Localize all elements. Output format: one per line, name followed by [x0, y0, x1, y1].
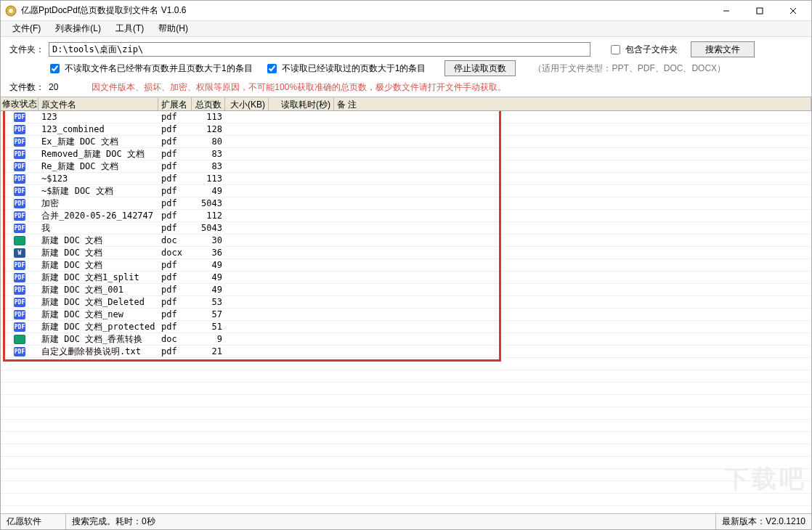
table-row[interactable]: PDFEx_新建 DOC 文档pdf80	[1, 136, 811, 148]
table-row[interactable]: PDF123pdf113	[1, 111, 811, 123]
table-row-empty	[1, 395, 811, 407]
pdf-icon: PDF	[14, 322, 25, 332]
cell-name: 新建 DOC 文档_香蕉转换	[38, 333, 158, 346]
pdf-icon: PDF	[14, 162, 25, 171]
cell-pages: 21	[192, 346, 225, 356]
pdf-icon: PDF	[14, 285, 25, 295]
maximize-button[interactable]	[743, 1, 776, 21]
menu-tools[interactable]: 工具(T)	[110, 21, 150, 36]
col-time[interactable]: 读取耗时(秒)	[269, 97, 334, 110]
include-subfolders-box[interactable]	[611, 45, 620, 54]
table-row-empty	[1, 407, 811, 420]
table-row[interactable]: PDF新建 DOC 文档_Deletedpdf53	[1, 296, 811, 309]
app-icon	[5, 5, 17, 17]
cell-name: ~$123	[38, 174, 158, 184]
skip-already-paged-checkbox[interactable]: 不读取文件名已经带有页数并且页数大于1的条目	[47, 62, 253, 76]
table-row[interactable]: PDF新建 DOC 文档_newpdf57	[1, 309, 811, 321]
search-button[interactable]: 搜索文件	[691, 41, 755, 57]
table-row[interactable]: PDF~$123pdf113	[1, 173, 811, 185]
table-row[interactable]: PDFRemoved_新建 DOC 文档pdf83	[1, 148, 811, 160]
cell-pages: 5043	[192, 198, 225, 208]
pdf-icon: PDF	[14, 261, 25, 270]
skip-already-read-checkbox[interactable]: 不读取已经读取过的页数大于1的条目	[264, 62, 426, 76]
table-row-empty	[1, 469, 811, 481]
menu-help[interactable]: 帮助(H)	[153, 21, 194, 36]
menu-list[interactable]: 列表操作(L)	[49, 21, 107, 36]
table-row[interactable]: PDF自定义删除替换说明.txtpdf21	[1, 346, 811, 358]
table-row[interactable]: PDF123_combinedpdf128	[1, 123, 811, 136]
cell-ext: pdf	[158, 112, 192, 122]
col-note[interactable]: 备 注	[334, 97, 811, 110]
col-status[interactable]: 修改状态	[1, 97, 38, 110]
cell-pages: 9	[192, 334, 225, 344]
pdf-icon: PDF	[14, 137, 25, 147]
pdf-icon: PDF	[14, 113, 25, 122]
table-row[interactable]: PDF我pdf5043	[1, 222, 811, 235]
cell-pages: 49	[192, 285, 225, 295]
include-subfolders-checkbox[interactable]: 包含子文件夹	[608, 43, 678, 57]
cell-pages: 30	[192, 235, 225, 245]
menu-file[interactable]: 文件(F)	[7, 21, 46, 36]
table-row[interactable]: PDF合并_2020-05-26_142747pdf112	[1, 210, 811, 222]
table-row[interactable]: PDF新建 DOC 文档_001pdf49	[1, 284, 811, 296]
table-row-empty	[1, 444, 811, 457]
cell-pages: 53	[192, 297, 225, 307]
cell-pages: 112	[192, 211, 225, 221]
cell-name: 新建 DOC 文档	[38, 235, 158, 247]
cell-name: 新建 DOC 文档1_split	[38, 272, 158, 284]
table-row[interactable]: W新建 DOC 文档docx36	[1, 247, 811, 259]
table-row[interactable]: PDF新建 DOC 文档1_splitpdf49	[1, 272, 811, 284]
col-size[interactable]: 大小(KB)	[225, 97, 269, 110]
cell-name: Ex_新建 DOC 文档	[38, 136, 158, 148]
cell-name: 新建 DOC 文档_Deleted	[38, 296, 158, 309]
cell-pages: 57	[192, 309, 225, 319]
statusbar: 亿愿软件 搜索完成。耗时：0秒 最新版本：V2.0.1210	[1, 513, 811, 529]
cell-pages: 5043	[192, 223, 225, 233]
table-row[interactable]: PDF加密pdf5043	[1, 197, 811, 210]
cell-pages: 83	[192, 161, 225, 171]
skip-already-read-box[interactable]	[267, 64, 277, 73]
table-body[interactable]: PDF123pdf113PDF123_combinedpdf128PDFEx_新…	[1, 111, 811, 513]
table-row[interactable]: PDF新建 DOC 文档pdf49	[1, 259, 811, 272]
skip-already-paged-box[interactable]	[50, 64, 60, 73]
folder-input[interactable]	[49, 42, 590, 57]
col-ext[interactable]: 扩展名	[158, 97, 192, 110]
folder-label: 文件夹：	[9, 44, 44, 56]
table-row[interactable]: PDF新建 DOC 文档_protectedpdf51	[1, 321, 811, 333]
cell-ext: pdf	[158, 272, 192, 282]
table-row-empty	[1, 457, 811, 469]
table-row[interactable]: PDFRe_新建 DOC 文档pdf83	[1, 160, 811, 173]
cell-ext: docx	[158, 248, 192, 258]
app-window: 亿愿PptDocPdf总页数提取到文件名 V1.0.6 文件(F) 列表操作(L…	[0, 0, 812, 530]
table-row-empty	[1, 420, 811, 432]
pdf-icon: PDF	[14, 273, 25, 282]
cell-pages: 83	[192, 149, 225, 159]
close-button[interactable]	[776, 1, 810, 21]
cell-pages: 113	[192, 174, 225, 184]
pdf-icon: PDF	[14, 310, 25, 319]
pdf-icon: PDF	[14, 199, 25, 208]
stop-button[interactable]: 停止读取页数	[444, 60, 516, 76]
status-company: 亿愿软件	[1, 514, 66, 529]
cell-ext: pdf	[158, 322, 192, 332]
cell-name: ~$新建 DOC 文档	[38, 185, 158, 197]
cell-pages: 80	[192, 136, 225, 147]
col-name[interactable]: 原文件名	[38, 97, 158, 110]
cell-ext: pdf	[158, 309, 192, 319]
table-row[interactable]: 新建 DOC 文档_香蕉转换doc9	[1, 333, 811, 346]
minimize-button[interactable]	[710, 1, 743, 21]
status-version: 最新版本：V2.0.1210	[716, 514, 811, 529]
cell-ext: pdf	[158, 174, 192, 184]
col-pages[interactable]: 总页数	[192, 97, 225, 110]
table-row[interactable]: 新建 DOC 文档doc30	[1, 235, 811, 247]
cell-name: 新建 DOC 文档	[38, 259, 158, 272]
cell-ext: pdf	[158, 149, 192, 159]
cell-ext: doc	[158, 334, 192, 344]
cell-ext: pdf	[158, 124, 192, 134]
cell-ext: pdf	[158, 136, 192, 147]
pdf-icon: PDF	[14, 347, 25, 356]
table-row[interactable]: PDF~$新建 DOC 文档pdf49	[1, 185, 811, 197]
filecount-value: 20	[49, 82, 58, 92]
cell-name: 新建 DOC 文档_new	[38, 309, 158, 321]
table-header: 修改状态 原文件名 扩展名 总页数 大小(KB) 读取耗时(秒) 备 注	[1, 97, 811, 111]
